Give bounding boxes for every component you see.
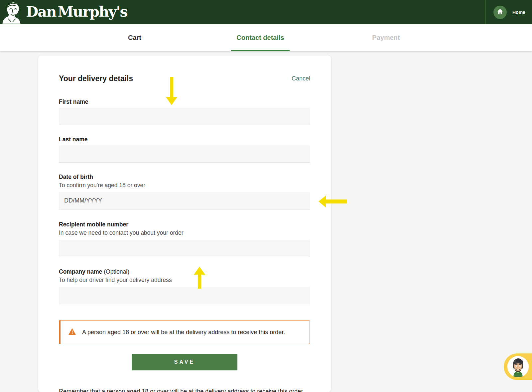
- active-tab-underline: [231, 50, 290, 51]
- first-name-input[interactable]: [59, 108, 310, 125]
- home-button[interactable]: [493, 6, 507, 19]
- brand-name: Dan Murphy's: [26, 3, 127, 20]
- tab-payment[interactable]: Payment: [323, 24, 449, 51]
- brand-logo[interactable]: Dan Murphy's: [0, 0, 127, 24]
- first-name-field-group: First name: [59, 98, 310, 125]
- top-header: Dan Murphy's Home: [0, 0, 532, 24]
- cancel-link[interactable]: Cancel: [292, 75, 310, 82]
- dob-input[interactable]: [59, 192, 310, 209]
- delivery-details-card: Your delivery details Cancel First name …: [38, 56, 331, 392]
- company-label: Company name (Optional): [59, 268, 310, 275]
- company-field-group: Company name (Optional) To help our driv…: [59, 268, 310, 304]
- annotation-arrow-left-icon: [319, 195, 347, 209]
- tab-contact-details-label: Contact details: [236, 34, 284, 42]
- mobile-helper-text: In case we need to contact you about you…: [59, 229, 310, 236]
- warning-text: A person aged 18 or over will be at the …: [82, 329, 285, 336]
- company-label-text: Company name: [59, 268, 102, 275]
- chat-widget-button[interactable]: [504, 353, 532, 380]
- tab-cart[interactable]: Cart: [72, 24, 198, 51]
- first-name-label: First name: [59, 98, 310, 105]
- age-warning-banner: A person aged 18 or over will be at the …: [59, 320, 310, 344]
- warning-icon: [68, 328, 76, 336]
- page-title: Your delivery details: [59, 74, 133, 83]
- home-label: Home: [512, 10, 525, 15]
- tab-contact-details[interactable]: Contact details: [198, 24, 323, 51]
- dob-label: Date of birth: [59, 174, 310, 180]
- save-button[interactable]: SAVE: [132, 354, 237, 370]
- brand-portrait-icon: [0, 0, 22, 24]
- checkout-steps: Cart Contact details Payment: [0, 24, 532, 51]
- last-name-label: Last name: [59, 136, 310, 143]
- last-name-field-group: Last name: [59, 136, 310, 163]
- chat-avatar: [507, 356, 529, 377]
- company-helper-text: To help our driver find your delivery ad…: [59, 277, 310, 284]
- company-label-optional: (Optional): [104, 268, 129, 275]
- company-input[interactable]: [59, 287, 310, 304]
- dob-helper-text: To confirm you're aged 18 or over: [59, 182, 310, 189]
- home-icon: [496, 8, 504, 17]
- header-home-area: Home: [485, 0, 532, 24]
- last-name-input[interactable]: [59, 145, 310, 163]
- annotation-arrow-up-icon: [193, 267, 206, 290]
- mobile-input[interactable]: [59, 240, 310, 257]
- tab-cart-label: Cart: [128, 34, 141, 42]
- mobile-field-group: Recipient mobile number In case we need …: [59, 221, 310, 257]
- clipped-footnote-text: Remember that a person aged 18 or over w…: [59, 388, 310, 392]
- dob-field-group: Date of birth To confirm you're aged 18 …: [59, 174, 310, 209]
- tab-payment-label: Payment: [372, 34, 400, 42]
- annotation-arrow-down-icon: [165, 77, 178, 106]
- mobile-label: Recipient mobile number: [59, 221, 310, 228]
